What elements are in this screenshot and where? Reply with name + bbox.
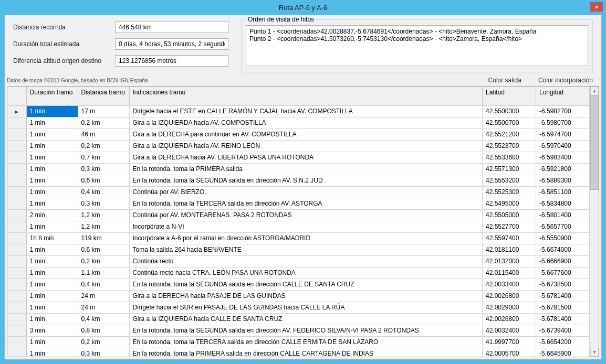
cell-distancia[interactable]: 0,4 km [78,313,129,325]
table-row[interactable]: 1 min24 mDirígete hacia el SUR en PASAJE… [7,302,590,313]
table-row[interactable]: 1h 8 min119 kmIncorpórate a A-6 por el r… [7,232,590,244]
cell-longitud[interactable]: -6.5980700 [536,117,590,129]
col-distancia[interactable]: Distancia tramo [78,87,129,105]
cell-distancia[interactable]: 24 m [78,302,129,313]
cell-latitud[interactable]: 42.5505000 [483,209,536,221]
cell-duracion[interactable]: 1 min [26,186,78,198]
row-header[interactable] [7,336,26,348]
cell-duracion[interactable]: 1 min [26,198,78,209]
cell-duracion[interactable]: 1 min [26,255,78,267]
cell-duracion[interactable]: 1h 8 min [26,232,78,244]
cell-distancia[interactable]: 0,2 km [78,255,129,267]
cell-latitud[interactable]: 42.0026800 [483,313,536,325]
color-salida-link[interactable]: Color salida [488,77,521,84]
cell-duracion[interactable]: 1 min [26,313,78,325]
cell-latitud[interactable]: 42.5553200 [483,175,536,186]
row-header[interactable] [7,325,26,336]
cell-longitud[interactable]: -6.5982700 [536,105,590,117]
row-header[interactable] [7,129,26,140]
row-header[interactable] [7,267,26,279]
cell-distancia[interactable]: 1,2 km [78,209,129,221]
row-header-corner[interactable] [7,87,26,105]
cell-duracion[interactable]: 1 min [26,244,78,255]
cell-duracion[interactable]: 3 min [26,325,78,336]
scroll-thumb[interactable] [590,95,599,190]
cell-longitud[interactable]: -6.5983400 [536,152,590,163]
cell-latitud[interactable]: 42.0115400 [483,267,536,279]
table-row[interactable]: 1 min0,6 kmToma la salida 264 hacia BENA… [7,244,590,255]
cell-latitud[interactable]: 42.5523700 [483,140,536,152]
cell-latitud[interactable]: 42.0029000 [483,302,536,313]
cell-latitud[interactable]: 42.5500700 [483,117,536,129]
cell-latitud[interactable]: 41.9997700 [483,336,536,348]
cell-indicaciones[interactable]: Continúa por AV. MONTEARENAS. PASA 2 ROT… [129,209,483,221]
altitude-input[interactable] [115,55,228,67]
cell-latitud[interactable]: 42.5500300 [483,105,536,117]
color-incorporacion-link[interactable]: Color incorporación [538,77,593,84]
cell-latitud[interactable]: 42.0033400 [483,279,536,290]
cell-distancia[interactable]: 0,3 km [78,348,129,357]
col-longitud[interactable]: Longitud [536,87,590,105]
cell-latitud[interactable]: 42.5527700 [483,221,536,232]
table-row[interactable]: 1 min0,2 kmEn la rotonda, toma la TERCER… [7,336,590,348]
cell-longitud[interactable]: -5.6739400 [536,325,590,336]
row-header[interactable] [7,255,26,267]
row-header[interactable] [7,209,26,221]
table-row[interactable]: 1 min17 mDirígete hacia el ESTE en CALLE… [7,105,590,117]
cell-duracion[interactable]: 1 min [26,175,78,186]
row-header[interactable] [7,175,26,186]
row-header[interactable] [7,290,26,302]
table-row[interactable]: 1 min0,7 kmGira a la DERECHA hacia AV. L… [7,152,590,163]
table-row[interactable]: 1 min0,2 kmContinúa recto42.0132000-5.66… [7,255,590,267]
cell-duracion[interactable]: 1 min [26,140,78,152]
row-header[interactable] [7,140,26,152]
cell-longitud[interactable]: -5.6781400 [536,290,590,302]
table-row[interactable]: 1 min0,2 kmGira a la IZQUIERDA hacia AV.… [7,140,590,152]
scroll-track[interactable] [590,95,599,348]
row-header[interactable] [7,152,26,163]
cell-distancia[interactable]: 0,2 km [78,140,129,152]
cell-latitud[interactable]: 42.5525300 [483,186,536,198]
cell-indicaciones[interactable]: Continúa recto [129,255,483,267]
col-indicaciones[interactable]: Indicaciones tramo [129,87,483,105]
row-header[interactable] [7,198,26,209]
vertical-scrollbar[interactable]: ▲ ▼ [590,87,599,357]
scroll-up-button[interactable]: ▲ [590,87,599,95]
cell-indicaciones[interactable]: Gira a la IZQUIERDA hacia CALLE DE SANTA… [129,313,483,325]
col-duracion[interactable]: Duración tramo [26,87,78,105]
cell-duracion[interactable]: 1 min [26,267,78,279]
table-row[interactable]: 1 min0,4 kmContinúa por AV. BIERZO.42.55… [7,186,590,198]
cell-distancia[interactable]: 0,4 km [78,186,129,198]
cell-longitud[interactable]: -5.6654200 [536,336,590,348]
cell-longitud[interactable]: -6.5970400 [536,140,590,152]
cell-latitud[interactable]: 42.0026800 [483,290,536,302]
scroll-down-button[interactable]: ▼ [590,348,599,357]
cell-latitud[interactable]: 42.5495000 [483,198,536,209]
cell-duracion[interactable]: 1 min [26,152,78,163]
cell-longitud[interactable]: -5.6781500 [536,302,590,313]
cell-longitud[interactable]: -5.6674000 [536,244,590,255]
cell-longitud[interactable]: -5.6677600 [536,267,590,279]
table-row[interactable]: 1 min1,2 kmIncorpórate a N-VI42.5527700-… [7,221,590,232]
table-row[interactable]: 1 min24 mGira a la DERECHA hacia PASAJE … [7,290,590,302]
row-header[interactable] [7,232,26,244]
cell-longitud[interactable]: -5.6645900 [536,348,590,357]
cell-duracion[interactable]: 1 min [26,117,78,129]
table-row[interactable]: 1 min46 mGira a la DERECHA para continua… [7,129,590,140]
cell-duracion[interactable]: 1 min [26,290,78,302]
cell-distancia[interactable]: 1,2 km [78,221,129,232]
table-row[interactable]: 1 min0,6 kmEn la rotonda, toma la SEGUND… [7,175,590,186]
table-row[interactable]: 1 min0,4 kmGira a la IZQUIERDA hacia CAL… [7,313,590,325]
cell-indicaciones[interactable]: Dirígete hacia el SUR en PASAJE DE LAS G… [129,302,483,313]
table-row[interactable]: 1 min0,3 kmEn la rotonda, toma la PRIMER… [7,163,590,175]
cell-indicaciones[interactable]: Gira a la DERECHA hacia PASAJE DE LAS GU… [129,290,483,302]
cell-indicaciones[interactable]: En la rotonda, toma la SEGUNDA salida en… [129,175,483,186]
cell-duracion[interactable]: 1 min [26,129,78,140]
cell-longitud[interactable]: -5.6781400 [536,313,590,325]
cell-distancia[interactable]: 0,8 km [78,325,129,336]
cell-longitud[interactable]: -6.5657700 [536,221,590,232]
table-row[interactable]: 2 min1,2 kmContinúa por AV. MONTEARENAS.… [7,209,590,221]
cell-indicaciones[interactable]: En la rotonda, toma la TERCERA salida en… [129,198,483,209]
cell-indicaciones[interactable]: Gira a la DERECHA para continuar en AV. … [129,129,483,140]
cell-indicaciones[interactable]: Incorpórate a N-VI [129,221,483,232]
